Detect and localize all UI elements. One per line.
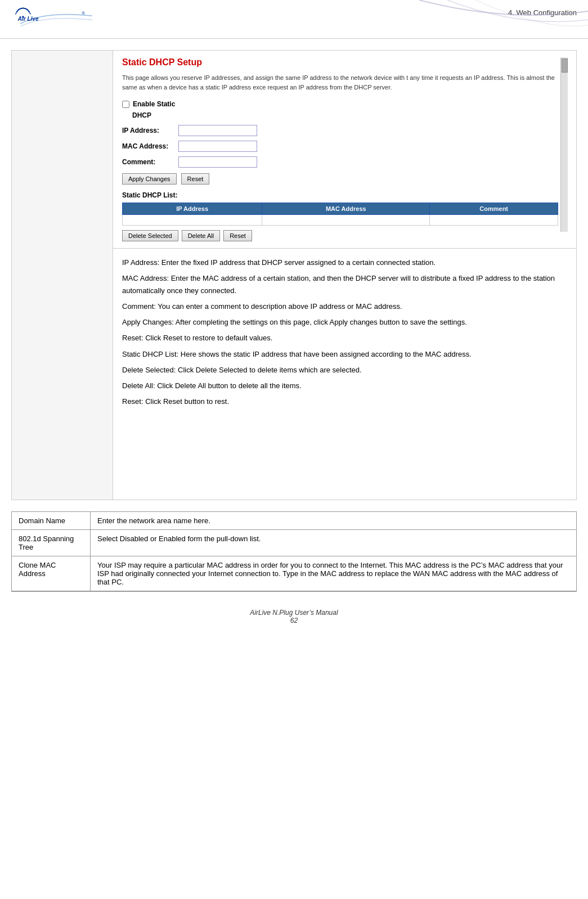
apply-changes-desc: Apply Changes: After completing the sett…	[122, 316, 567, 329]
form-buttons-row: Apply Changes Reset	[122, 173, 558, 185]
spanning-tree-value: Select Disabled or Enabled form the pull…	[91, 530, 577, 556]
ip-address-group: IP Address:	[122, 125, 558, 136]
mac-address-input[interactable]	[178, 141, 257, 152]
enable-label-line2: DHCP	[122, 111, 558, 119]
page-number: 62	[290, 617, 298, 624]
info-row-clone-mac: Clone MAC Address Your ISP may require a…	[12, 556, 577, 591]
col-comment: Comment	[430, 203, 558, 215]
page-header: Air Live ® 4. Web Configuration	[0, 0, 588, 39]
table-header-row: IP Address MAC Address Comment	[123, 203, 558, 215]
enable-label-line1: Enable Static	[133, 100, 175, 108]
comment-input[interactable]	[178, 156, 257, 168]
table-empty-row	[123, 215, 558, 226]
info-row-domain-name: Domain Name Enter the network area name …	[12, 512, 577, 530]
scrollbar-thumb[interactable]	[562, 59, 568, 73]
comment-label: Comment:	[122, 158, 178, 166]
delete-all-button[interactable]: Delete All	[182, 230, 220, 241]
svg-text:Air Live: Air Live	[17, 16, 39, 22]
dhcp-setup-box: Static DHCP Setup This page allows you r…	[113, 51, 576, 249]
enable-checkbox-row: Enable Static	[122, 100, 558, 108]
main-content: Static DHCP Setup This page allows you r…	[11, 50, 577, 500]
header-decoration	[307, 0, 588, 39]
reset-button[interactable]: Reset	[181, 173, 210, 185]
domain-name-label: Domain Name	[12, 512, 91, 530]
info-row-spanning-tree: 802.1d Spanning Tree Select Disabled or …	[12, 530, 577, 556]
manual-label: AirLive N.Plug User’s Manual	[250, 609, 338, 617]
delete-all-desc: Delete All: Click Delete All button to d…	[122, 380, 567, 392]
col-ip-address: IP Address	[123, 203, 262, 215]
scrollbar-track[interactable]	[560, 57, 568, 232]
enable-static-dhcp-checkbox[interactable]	[122, 101, 129, 108]
delete-selected-desc: Delete Selected: Click Delete Selected t…	[122, 364, 567, 376]
list-reset-button[interactable]: Reset	[223, 230, 252, 241]
dhcp-list-table: IP Address MAC Address Comment	[122, 203, 558, 226]
svg-text:®: ®	[82, 11, 85, 16]
mac-address-desc: MAC Address: Enter the MAC address of a …	[122, 272, 567, 297]
delete-selected-button[interactable]: Delete Selected	[122, 230, 178, 241]
dhcp-setup-title: Static DHCP Setup	[122, 57, 558, 68]
static-dhcp-list-desc: Static DHCP List: Here shows the static …	[122, 348, 567, 361]
mac-address-group: MAC Address:	[122, 141, 558, 152]
info-table: Domain Name Enter the network area name …	[11, 511, 577, 591]
svg-point-2	[22, 16, 24, 18]
sidebar	[11, 50, 113, 500]
comment-group: Comment:	[122, 156, 558, 168]
airlive-logo: Air Live ®	[11, 6, 101, 34]
footer-divider	[11, 591, 577, 592]
domain-name-value: Enter the network area name here.	[91, 512, 577, 530]
ip-address-desc: IP Address: Enter the fixed IP address t…	[122, 257, 567, 269]
clone-mac-label: Clone MAC Address	[12, 556, 91, 591]
list-buttons-row: Delete Selected Delete All Reset	[122, 230, 558, 241]
ip-address-input[interactable]	[178, 125, 257, 136]
logo-container: Air Live ®	[11, 6, 101, 35]
reset-desc2: Reset: Click Reset button to rest.	[122, 395, 567, 408]
col-mac-address: MAC Address	[262, 203, 430, 215]
ip-address-label: IP Address:	[122, 127, 178, 134]
reset-desc: Reset: Click Reset to restore to default…	[122, 332, 567, 344]
dhcp-setup-desc: This page allows you reserve IP addresse…	[122, 73, 558, 92]
enable-static-dhcp-group: Enable Static DHCP	[122, 100, 558, 119]
clone-mac-value: Your ISP may require a particular MAC ad…	[91, 556, 577, 591]
mac-address-label: MAC Address:	[122, 142, 178, 150]
spanning-tree-label: 802.1d Spanning Tree	[12, 530, 91, 556]
page-footer: AirLive N.Plug User’s Manual 62	[0, 597, 588, 636]
comment-desc: Comment: You can enter a comment to desc…	[122, 300, 567, 313]
description-area: IP Address: Enter the fixed IP address t…	[113, 249, 576, 419]
apply-changes-button[interactable]: Apply Changes	[122, 173, 177, 185]
content-panel: Static DHCP Setup This page allows you r…	[113, 50, 577, 500]
list-title: Static DHCP List:	[122, 191, 558, 199]
